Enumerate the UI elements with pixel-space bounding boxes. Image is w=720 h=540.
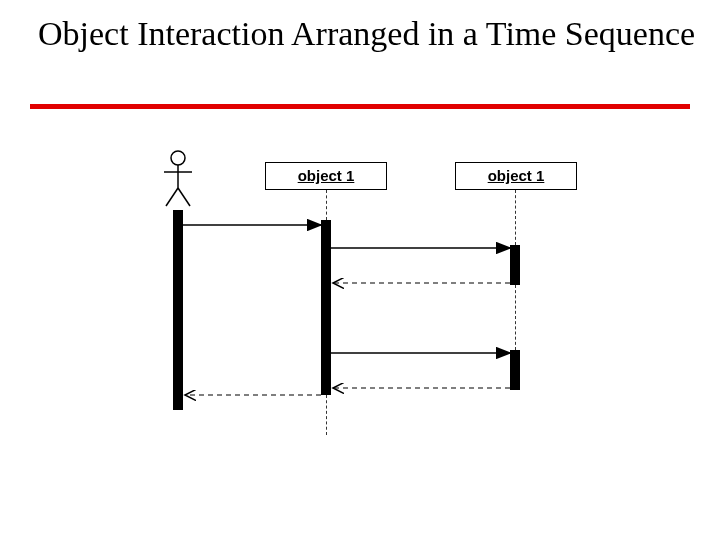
- svg-line-3: [166, 188, 178, 206]
- object-box-2: object 1: [455, 162, 577, 190]
- lifeline: [326, 395, 327, 435]
- lifeline: [326, 190, 327, 220]
- activation-bar: [510, 245, 520, 285]
- lifeline: [515, 285, 516, 350]
- actor-icon: [158, 150, 198, 210]
- activation-bar: [173, 210, 183, 410]
- object-label: object 1: [298, 167, 355, 184]
- lifeline: [515, 190, 516, 245]
- slide: Object Interaction Arranged in a Time Se…: [0, 0, 720, 540]
- messages-overlay: [0, 0, 720, 540]
- svg-point-0: [171, 151, 185, 165]
- activation-bar: [510, 350, 520, 390]
- svg-line-4: [178, 188, 190, 206]
- activation-bar: [321, 220, 331, 395]
- object-label: object 1: [488, 167, 545, 184]
- object-box-1: object 1: [265, 162, 387, 190]
- sequence-diagram: object 1 object 1: [0, 0, 720, 540]
